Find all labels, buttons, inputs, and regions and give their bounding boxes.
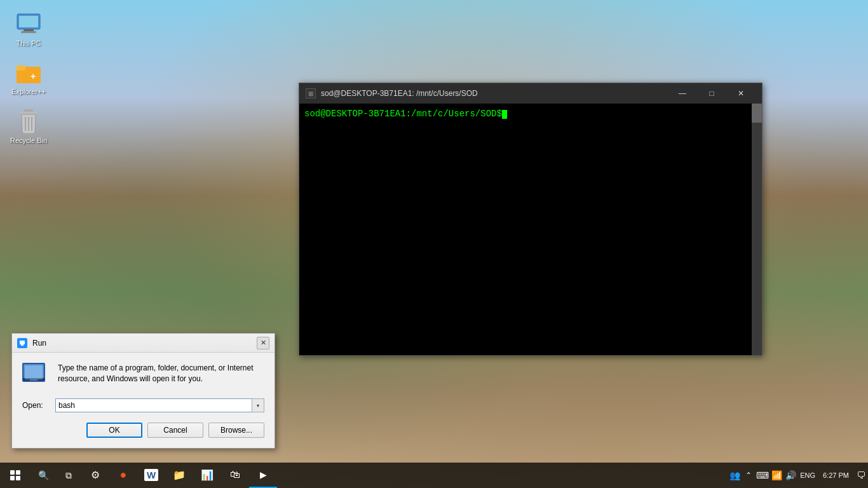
run-browse-button[interactable]: Browse... <box>208 423 264 438</box>
run-dialog-description: Type the name of a program, folder, docu… <box>58 363 264 384</box>
svg-rect-15 <box>21 344 24 346</box>
terminal-prompt: sod@DESKTOP-3B71EA1:/mnt/c/Users/SOD$ <box>304 109 502 119</box>
run-input-field[interactable] <box>55 398 264 412</box>
wsl-icon: ▶ <box>260 470 267 480</box>
desktop-icon-this-pc[interactable]: This PC <box>6 9 51 50</box>
svg-rect-19 <box>30 379 37 381</box>
desktop-icon-explorer-plus[interactable]: + Explorer++ <box>6 57 51 98</box>
svg-rect-3 <box>21 31 36 33</box>
run-input-container: ▾ <box>55 398 264 412</box>
notification-icon: 🗨 <box>857 470 865 480</box>
taskbar-volume-tray[interactable]: 🔊 <box>785 463 796 488</box>
ubuntu-icon: ● <box>120 468 127 482</box>
windows-logo-icon <box>10 470 20 480</box>
people-icon: 👥 <box>729 470 740 480</box>
search-icon: 🔍 <box>38 470 49 480</box>
recycle-bin-label: Recycle Bin <box>10 137 47 145</box>
terminal-maximize-button[interactable]: □ <box>697 83 726 104</box>
taskbar-word-button[interactable]: W <box>137 463 165 488</box>
run-ok-button[interactable]: OK <box>86 423 142 438</box>
word-icon: W <box>144 469 158 481</box>
taskbar-excel-button[interactable]: 📊 <box>193 463 221 488</box>
run-dialog-titlebar: Run ✕ <box>12 334 275 353</box>
terminal-title-icon: ⊞ <box>306 88 316 98</box>
taskbar-task-view-button[interactable]: ⧉ <box>56 463 81 488</box>
taskbar-ubuntu-button[interactable]: ● <box>109 463 137 488</box>
run-dialog-close-button[interactable]: ✕ <box>257 337 269 349</box>
taskbar-right: 👥 ⌃ ⌨ 📶 🔊 ENG 6:27 PM 🗨 <box>728 463 868 488</box>
desktop: This PC + Explorer++ Recyc <box>0 0 868 488</box>
keyboard-icon: ⌨ <box>756 470 769 480</box>
time-display: 6:27 PM <box>823 471 849 479</box>
store-icon: 🛍 <box>230 469 240 480</box>
volume-icon: 🔊 <box>785 470 796 480</box>
taskbar-keyboard-tray[interactable]: ⌨ <box>757 463 768 488</box>
excel-icon: 📊 <box>201 469 214 481</box>
taskbar: 🔍 ⧉ ⚙ ● W 📁 📊 🛍 ▶ <box>0 463 868 488</box>
run-buttons: OK Cancel Browse... <box>22 423 264 438</box>
taskbar-search-button[interactable]: 🔍 <box>31 463 56 488</box>
taskbar-chevron-tray[interactable]: ⌃ <box>743 463 754 488</box>
start-button[interactable] <box>0 463 31 488</box>
svg-rect-17 <box>24 364 44 378</box>
run-open-row: Open: ▾ <box>22 398 264 412</box>
task-view-icon: ⧉ <box>65 470 72 481</box>
terminal-close-button[interactable]: ✕ <box>726 83 756 104</box>
taskbar-wifi-tray[interactable]: 📶 <box>771 463 782 488</box>
run-dialog: Run ✕ Type the name of a program, folder… <box>11 333 275 449</box>
wifi-icon: 📶 <box>771 470 782 480</box>
svg-rect-2 <box>24 29 34 31</box>
explorer-plus-icon: + <box>16 60 41 85</box>
chevron-up-icon: ⌃ <box>745 471 752 480</box>
terminal-window[interactable]: ⊞ sod@DESKTOP-3B71EA1: /mnt/c/Users/SOD … <box>299 83 763 356</box>
terminal-title: sod@DESKTOP-3B71EA1: /mnt/c/Users/SOD <box>321 89 668 98</box>
run-big-icon <box>22 363 48 388</box>
taskbar-people-tray[interactable]: 👥 <box>729 463 740 488</box>
language-indicator[interactable]: ENG <box>797 471 818 479</box>
svg-rect-6 <box>17 65 25 71</box>
taskbar-wsl-button[interactable]: ▶ <box>249 463 277 488</box>
explorer-plus-label: Explorer++ <box>11 88 46 96</box>
this-pc-icon <box>16 11 41 37</box>
recycle-bin-icon <box>16 109 41 134</box>
svg-rect-9 <box>20 112 37 114</box>
run-dialog-title: Run <box>32 339 257 348</box>
terminal-cursor <box>502 110 507 119</box>
taskbar-folder-button[interactable]: 📁 <box>165 463 193 488</box>
clock[interactable]: 6:27 PM <box>818 463 854 488</box>
svg-rect-14 <box>20 341 25 344</box>
taskbar-store-button[interactable]: 🛍 <box>221 463 249 488</box>
run-dialog-content: Type the name of a program, folder, docu… <box>12 353 275 448</box>
desktop-icon-recycle-bin[interactable]: Recycle Bin <box>6 106 51 147</box>
run-open-label: Open: <box>22 401 49 410</box>
folder-icon: 📁 <box>173 469 186 481</box>
run-input-dropdown[interactable]: ▾ <box>252 398 264 412</box>
svg-rect-16 <box>22 363 45 382</box>
run-dialog-top: Type the name of a program, folder, docu… <box>22 363 264 388</box>
notification-button[interactable]: 🗨 <box>855 463 867 488</box>
settings-icon: ⚙ <box>91 469 100 481</box>
terminal-scrollbar[interactable] <box>752 104 762 355</box>
terminal-titlebar: ⊞ sod@DESKTOP-3B71EA1: /mnt/c/Users/SOD … <box>299 83 762 104</box>
run-dialog-icon <box>17 338 27 348</box>
taskbar-settings-button[interactable]: ⚙ <box>81 463 109 488</box>
terminal-body[interactable]: sod@DESKTOP-3B71EA1:/mnt/c/Users/SOD$ <box>299 104 762 355</box>
svg-rect-1 <box>19 16 38 27</box>
run-cancel-button[interactable]: Cancel <box>147 423 203 438</box>
terminal-minimize-button[interactable]: — <box>668 83 697 104</box>
terminal-scrollbar-thumb[interactable] <box>752 104 762 123</box>
this-pc-label: This PC <box>16 39 41 48</box>
svg-text:+: + <box>31 71 36 81</box>
svg-rect-8 <box>24 109 33 112</box>
